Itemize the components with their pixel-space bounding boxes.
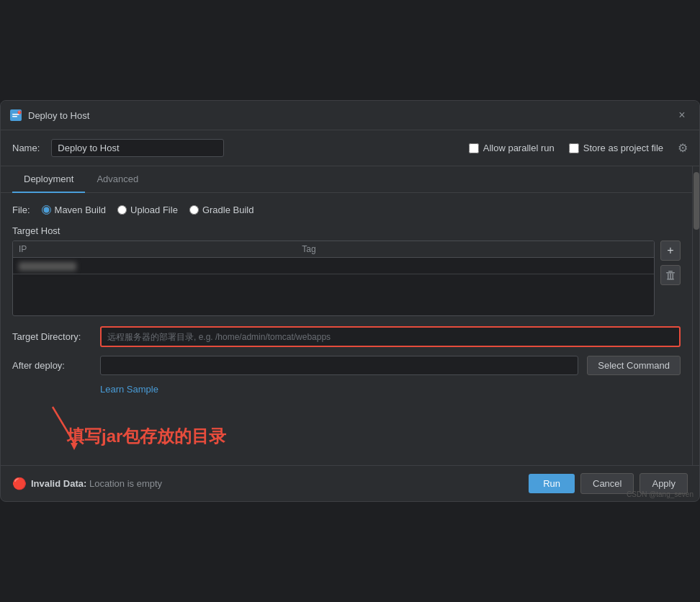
host-table-header: IP Tag — [13, 241, 654, 258]
svg-line-11 — [53, 407, 74, 443]
target-host-area: IP Tag + — [12, 241, 681, 316]
settings-gear-icon[interactable]: ⚙ — [678, 141, 688, 155]
table-row[interactable] — [13, 258, 654, 274]
tab-deployment[interactable]: Deployment — [12, 166, 85, 193]
store-as-project-checkbox[interactable] — [569, 143, 579, 153]
header-row: Name: Allow parallel run Store as projec… — [1, 130, 699, 166]
upload-file-radio-input[interactable] — [117, 205, 127, 215]
footer-error: 🔴 Invalid Data: Location is empty — [12, 477, 529, 490]
main-content: Deployment Advanced File: Maven Build — [1, 166, 692, 465]
annotation-text: 填写jar包存放的目录 — [67, 425, 226, 448]
name-label: Name: — [12, 143, 40, 153]
allow-parallel-label: Allow parallel run — [483, 143, 555, 153]
blurred-ip — [19, 262, 76, 271]
col-ip: IP — [19, 244, 302, 254]
watermark: CSDN @tang_seven — [627, 490, 694, 498]
svg-rect-10 — [667, 279, 674, 280]
target-dir-row: Target Directory: — [12, 326, 681, 347]
host-table-body — [13, 258, 654, 315]
scrollbar-thumb[interactable] — [694, 172, 699, 230]
target-dir-input[interactable] — [100, 326, 681, 347]
header-options: Allow parallel run Store as project file… — [469, 141, 688, 155]
svg-rect-2 — [12, 116, 17, 117]
annotation-arrow — [45, 403, 89, 454]
title-bar: ! Deploy to Host × — [1, 101, 699, 130]
store-as-project-checkbox-group[interactable]: Store as project file — [569, 143, 663, 153]
annotation-container: 填写jar包存放的目录 — [24, 403, 681, 448]
file-label: File: — [12, 205, 30, 215]
maven-build-radio-input[interactable] — [42, 205, 51, 215]
error-bold: Invalid Data: — [31, 478, 86, 489]
host-ip-cell — [19, 261, 302, 271]
after-deploy-row: After deploy: Select Command — [12, 356, 681, 375]
error-text: Invalid Data: Location is empty — [31, 478, 162, 489]
maven-build-label: Maven Build — [55, 205, 107, 215]
tabs-bar: Deployment Advanced — [1, 166, 692, 193]
trash-icon — [665, 270, 676, 280]
store-as-project-label: Store as project file — [583, 143, 663, 153]
gradle-build-radio-input[interactable] — [189, 205, 199, 215]
close-button[interactable]: × — [673, 107, 691, 124]
svg-rect-7 — [668, 274, 669, 279]
host-tag-cell — [302, 261, 648, 271]
name-input[interactable] — [51, 139, 224, 157]
maven-build-radio[interactable]: Maven Build — [42, 205, 107, 215]
file-row: File: Maven Build Upload File Gradle — [12, 205, 681, 215]
dialog-body: Deployment Advanced File: Maven Build — [1, 166, 699, 465]
select-command-button[interactable]: Select Command — [587, 356, 681, 375]
svg-text:!: ! — [19, 110, 19, 114]
after-deploy-label: After deploy: — [12, 360, 91, 371]
target-dir-label: Target Directory: — [12, 331, 91, 342]
svg-marker-12 — [71, 443, 78, 450]
app-icon: ! — [9, 109, 22, 122]
tab-advanced[interactable]: Advanced — [85, 166, 150, 193]
host-buttons: + — [660, 241, 681, 316]
add-host-button[interactable]: + — [660, 241, 681, 261]
upload-file-radio[interactable]: Upload File — [117, 205, 178, 215]
error-message: Location is empty — [89, 478, 162, 489]
allow-parallel-checkbox[interactable] — [469, 143, 479, 153]
deployment-content: File: Maven Build Upload File Gradle — [1, 193, 692, 465]
allow-parallel-checkbox-group[interactable]: Allow parallel run — [469, 143, 555, 153]
delete-host-button[interactable] — [660, 265, 681, 285]
target-host-label: Target Host — [12, 225, 681, 236]
host-table: IP Tag — [12, 241, 655, 316]
gradle-build-label: Gradle Build — [202, 205, 254, 215]
svg-rect-8 — [673, 274, 674, 279]
svg-rect-9 — [670, 274, 671, 279]
run-button[interactable]: Run — [529, 474, 575, 493]
col-tag: Tag — [302, 244, 648, 254]
learn-sample-link[interactable]: Learn Sample — [100, 384, 158, 395]
footer: 🔴 Invalid Data: Location is empty Run Ca… — [1, 465, 699, 501]
gradle-build-radio[interactable]: Gradle Build — [189, 205, 254, 215]
error-icon: 🔴 — [12, 477, 27, 490]
deploy-to-host-dialog: ! Deploy to Host × Name: Allow parallel … — [0, 100, 700, 502]
svg-rect-6 — [668, 271, 673, 272]
upload-file-label: Upload File — [130, 205, 178, 215]
file-radio-group: Maven Build Upload File Gradle Build — [42, 205, 254, 215]
scrollbar-track[interactable] — [692, 166, 699, 465]
svg-rect-5 — [666, 272, 675, 274]
after-deploy-input[interactable] — [100, 356, 578, 375]
dialog-title: Deploy to Host — [28, 110, 668, 121]
